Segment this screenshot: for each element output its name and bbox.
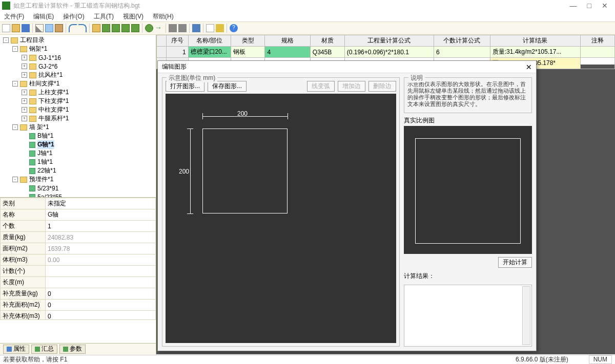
tree-item[interactable]: +抗风柱*1 bbox=[1, 71, 155, 79]
result-box[interactable] bbox=[404, 285, 532, 347]
tree-item[interactable]: +牛腿系杆*1 bbox=[1, 114, 155, 123]
redo-icon[interactable] bbox=[78, 24, 87, 32]
prop-row[interactable]: 名称G轴 bbox=[1, 209, 156, 221]
tree-toggle[interactable]: + bbox=[22, 107, 27, 113]
tree-toggle[interactable]: + bbox=[22, 98, 27, 104]
doc-icon[interactable] bbox=[206, 24, 214, 32]
refresh-icon[interactable] bbox=[216, 24, 224, 32]
cell-name[interactable]: 檩檩梁口20... bbox=[188, 47, 231, 58]
tree-item[interactable]: B轴*1 bbox=[1, 132, 155, 140]
paste-icon[interactable] bbox=[55, 24, 63, 32]
maximize-button[interactable]: □ bbox=[587, 2, 591, 10]
add-edge-button[interactable]: 增加边 bbox=[338, 81, 365, 92]
prop-value[interactable]: 0.00 bbox=[46, 254, 156, 266]
col-type[interactable]: 类型 bbox=[231, 35, 265, 47]
tool-icon[interactable] bbox=[178, 24, 187, 32]
prop-value[interactable] bbox=[46, 277, 156, 288]
tool-icon[interactable] bbox=[121, 24, 130, 32]
cell-result[interactable]: 质量:31.4kg/m2*105.17... bbox=[490, 47, 580, 58]
cut-icon[interactable] bbox=[35, 24, 44, 32]
prop-value[interactable]: 1 bbox=[46, 221, 156, 232]
scrollbar[interactable] bbox=[522, 286, 530, 345]
copy-icon[interactable] bbox=[45, 24, 53, 32]
col-material[interactable]: 材质 bbox=[310, 35, 344, 47]
tree-item[interactable]: -工程目录 bbox=[1, 36, 155, 45]
cell-spec[interactable]: 4 bbox=[265, 47, 310, 58]
property-grid[interactable]: 类别未指定名称G轴个数1质量(kg)24082.83面积(m2)1639.78体… bbox=[0, 198, 156, 319]
tree-toggle[interactable]: + bbox=[22, 72, 27, 78]
dim-height[interactable]: 200 bbox=[179, 168, 189, 175]
tool-icon[interactable] bbox=[112, 24, 120, 32]
col-qty-formula[interactable]: 工程量计算公式 bbox=[344, 35, 434, 47]
prop-row[interactable]: 长度(m) bbox=[1, 277, 156, 288]
col-index[interactable]: 序号 bbox=[166, 35, 188, 47]
col-name[interactable]: 名称/部位 bbox=[188, 35, 231, 47]
dialog-close-button[interactable]: ✕ bbox=[526, 63, 532, 71]
line-arc-button[interactable]: 线变弧 bbox=[307, 81, 335, 92]
prop-row[interactable]: 质量(kg)24082.83 bbox=[1, 232, 156, 243]
close-button[interactable]: ✕ bbox=[602, 2, 608, 10]
start-calc-button[interactable]: 开始计算 bbox=[498, 257, 532, 268]
open-icon[interactable] bbox=[12, 24, 20, 32]
save-shape-button[interactable]: 保存图形... bbox=[208, 81, 247, 92]
prop-row[interactable]: 补充体积(m3)0 bbox=[1, 311, 156, 320]
menu-help[interactable]: 帮助(H) bbox=[151, 11, 176, 22]
tab-params[interactable]: 参数 bbox=[59, 345, 86, 354]
prop-row[interactable]: 个数1 bbox=[1, 221, 156, 232]
menu-operate[interactable]: 操作(O) bbox=[61, 11, 86, 22]
tab-properties[interactable]: 属性 bbox=[3, 345, 29, 354]
tree-toggle[interactable]: - bbox=[12, 124, 18, 130]
menu-edit[interactable]: 编辑(E) bbox=[31, 11, 56, 22]
prop-value[interactable]: G轴 bbox=[46, 209, 156, 221]
prop-row[interactable]: 类别未指定 bbox=[1, 198, 156, 209]
tree-item[interactable]: -预埋件*1 bbox=[1, 175, 155, 184]
prop-value[interactable]: 0 bbox=[46, 311, 156, 320]
tree-item[interactable]: G轴*1 bbox=[1, 140, 155, 149]
tab-summary[interactable]: 汇总 bbox=[31, 345, 57, 354]
scale-canvas[interactable] bbox=[404, 126, 532, 254]
tree-item[interactable]: +GJ-2*6 bbox=[1, 62, 155, 71]
minimize-button[interactable]: — bbox=[570, 2, 577, 10]
new-icon[interactable] bbox=[2, 24, 10, 32]
tree-item[interactable]: J轴*1 bbox=[1, 149, 155, 158]
del-edge-button[interactable]: 删除边 bbox=[368, 81, 396, 92]
tree-item[interactable]: 5/23*91 bbox=[1, 184, 155, 192]
prop-value[interactable]: 24082.83 bbox=[46, 232, 156, 243]
tree-item[interactable]: -墙 架*1 bbox=[1, 123, 155, 132]
prop-row[interactable]: 补充面积(m2)0 bbox=[1, 299, 156, 311]
folder-icon[interactable] bbox=[92, 24, 100, 32]
tree-toggle[interactable]: - bbox=[12, 46, 18, 52]
menu-file[interactable]: 文件(F) bbox=[2, 11, 26, 22]
tree-item[interactable]: -柱间支撑*1 bbox=[1, 79, 155, 88]
tree-item[interactable]: -钢架*1 bbox=[1, 45, 155, 53]
cell-material[interactable]: Q345B bbox=[310, 47, 344, 58]
cell-type[interactable]: 钢板 bbox=[231, 47, 265, 58]
dim-width[interactable]: 200 bbox=[237, 110, 248, 117]
tree-item[interactable]: +GJ-1*16 bbox=[1, 53, 155, 62]
cell-qty-formula[interactable]: (0.196+0.096)*2*180.1 bbox=[344, 47, 434, 58]
col-spec[interactable]: 规格 bbox=[265, 35, 310, 47]
help-icon[interactable]: ? bbox=[230, 24, 238, 32]
tree-toggle[interactable]: + bbox=[22, 116, 27, 121]
tree-item[interactable]: +上柱支撑*1 bbox=[1, 88, 155, 97]
undo-icon[interactable] bbox=[69, 24, 77, 32]
prop-value[interactable] bbox=[46, 266, 156, 277]
tree-toggle[interactable]: - bbox=[3, 37, 9, 43]
prop-value[interactable]: 未指定 bbox=[46, 198, 156, 209]
prop-value[interactable]: 1639.78 bbox=[46, 243, 156, 254]
tree-toggle[interactable]: + bbox=[22, 55, 27, 60]
lock-icon[interactable] bbox=[169, 24, 177, 32]
tree-item[interactable]: 5a/23*55 bbox=[1, 192, 155, 198]
cell-count-formula[interactable]: 6 bbox=[434, 47, 490, 58]
arrow-right-icon[interactable]: → bbox=[155, 24, 163, 32]
tree-item[interactable]: +下柱支撑*1 bbox=[1, 97, 155, 105]
tool-icon[interactable] bbox=[131, 24, 139, 32]
tree-toggle[interactable]: - bbox=[12, 81, 18, 87]
tree-toggle[interactable]: + bbox=[22, 90, 27, 95]
menu-tool[interactable]: 工具(T) bbox=[92, 11, 116, 22]
shape-rect[interactable] bbox=[202, 129, 288, 213]
sketch-canvas[interactable]: 200 200 bbox=[166, 94, 396, 343]
project-tree[interactable]: -工程目录-钢架*1+GJ-1*16+GJ-2*6+抗风柱*1-柱间支撑*1+上… bbox=[0, 35, 156, 198]
tree-toggle[interactable]: + bbox=[22, 63, 27, 69]
prop-row[interactable]: 补充质量(kg)0 bbox=[1, 288, 156, 299]
